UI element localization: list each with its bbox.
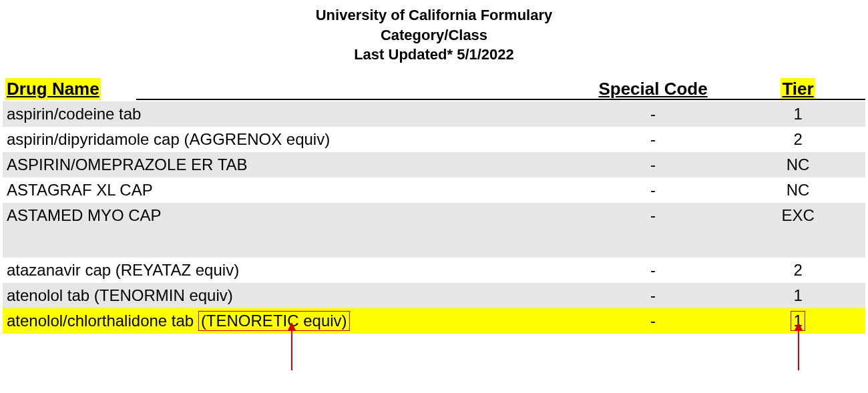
cell-special-code: -: [576, 203, 730, 228]
col-header-tier: Tier: [730, 77, 865, 101]
gap-cell: [3, 228, 865, 258]
cell-drug-name: aspirin/dipyridamole cap (AGGRENOX equiv…: [3, 127, 576, 152]
table-row: aspirin/dipyridamole cap (AGGRENOX equiv…: [3, 127, 865, 152]
cell-tier: 2: [730, 127, 865, 152]
cell-special-code: -: [576, 127, 730, 152]
annotation-arrow-1: [291, 324, 292, 370]
cell-special-code: -: [576, 258, 730, 283]
table-row: atazanavir cap (REYATAZ equiv)-2: [3, 258, 865, 283]
header-line-2: Category/Class: [0, 25, 868, 45]
cell-tier: NC: [730, 177, 865, 203]
col-header-special-code-text: Special Code: [597, 78, 708, 100]
table-row: aspirin/codeine tab-1: [3, 101, 865, 127]
table-header-row: Drug Name Special Code Tier: [3, 77, 865, 101]
annotation-box-brand-equiv: (TENORETIC equiv): [198, 311, 350, 332]
cell-special-code: -: [576, 177, 730, 203]
col-header-drug-name-text: Drug Name: [5, 78, 101, 100]
cell-tier: EXC: [730, 203, 865, 228]
formulary-table: Drug Name Special Code Tier aspirin/code…: [3, 77, 865, 334]
cell-tier: 2: [730, 258, 865, 283]
cell-special-code: -: [576, 308, 730, 334]
col-header-tier-text: Tier: [781, 78, 815, 100]
cell-special-code: -: [576, 101, 730, 127]
cell-special-code: -: [576, 283, 730, 308]
col-header-drug-name: Drug Name: [3, 77, 576, 101]
cell-drug-name: atenolol tab (TENORMIN equiv): [3, 283, 576, 308]
header-line-1: University of California Formulary: [0, 5, 868, 25]
col-header-special-code: Special Code: [576, 77, 730, 101]
table-row: ASTAGRAF XL CAP-NC: [3, 177, 865, 203]
header-line-3: Last Updated* 5/1/2022: [0, 45, 868, 65]
cell-drug-name: aspirin/codeine tab: [3, 101, 576, 127]
drug-name-prefix: atenolol/chlorthalidone tab: [7, 312, 198, 330]
document-header: University of California Formulary Categ…: [0, 0, 868, 65]
table-gap-row: [3, 228, 865, 258]
cell-drug-name: ASPIRIN/OMEPRAZOLE ER TAB: [3, 152, 576, 177]
cell-special-code: -: [576, 152, 730, 177]
table-row-highlighted: atenolol/chlorthalidone tab (TENORETIC e…: [3, 308, 865, 334]
cell-tier: 1: [730, 101, 865, 127]
table-body: aspirin/codeine tab-1aspirin/dipyridamol…: [3, 101, 865, 334]
annotation-arrow-2: [798, 324, 799, 370]
cell-drug-name: ASTAMED MYO CAP: [3, 203, 576, 228]
table-row: atenolol tab (TENORMIN equiv)-1: [3, 283, 865, 308]
cell-tier: 1: [730, 283, 865, 308]
cell-tier: NC: [730, 152, 865, 177]
table-row: ASTAMED MYO CAP-EXC: [3, 203, 865, 228]
cell-drug-name: ASTAGRAF XL CAP: [3, 177, 576, 203]
table-row: ASPIRIN/OMEPRAZOLE ER TAB-NC: [3, 152, 865, 177]
cell-drug-name: atazanavir cap (REYATAZ equiv): [3, 258, 576, 283]
formulary-table-wrap: Drug Name Special Code Tier aspirin/code…: [3, 77, 865, 334]
